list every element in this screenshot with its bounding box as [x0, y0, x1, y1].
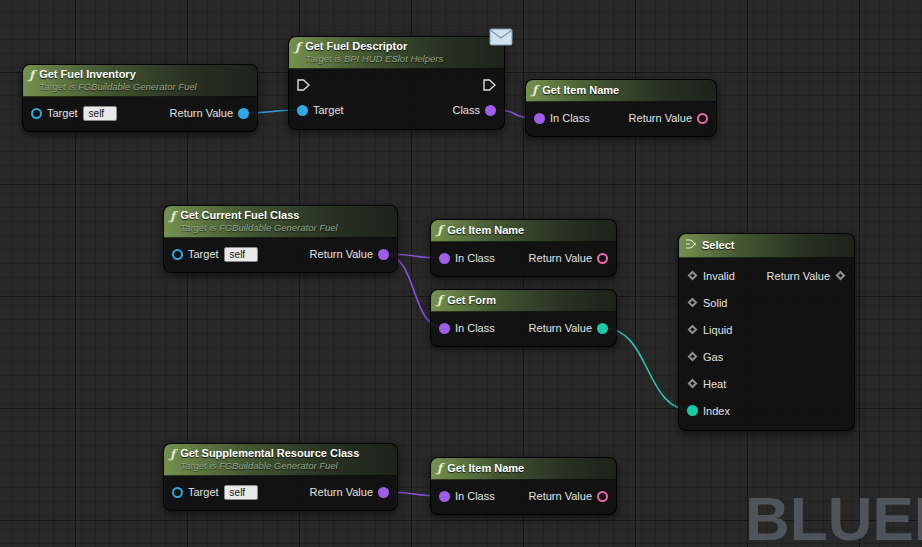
function-icon: ƒ — [170, 210, 175, 223]
node-header: ƒ Get Fuel Descriptor Target is BPI HUD … — [289, 37, 504, 69]
blueprint-graph-canvas[interactable]: ƒ Get Fuel Inventory Target is FGBuildab… — [0, 0, 922, 547]
return-value-pin[interactable] — [597, 253, 608, 264]
return-value-pin[interactable] — [238, 108, 249, 119]
node-get-item-name-3[interactable]: ƒ Get Item Name In Class Return Value — [430, 457, 617, 515]
node-get-form[interactable]: ƒ Get Form In Class Return Value — [430, 289, 617, 347]
option-liquid-pin[interactable] — [688, 325, 698, 335]
function-icon: ƒ — [295, 41, 300, 54]
return-value-pin[interactable] — [597, 323, 608, 334]
target-self-input[interactable]: self — [224, 247, 258, 262]
option-invalid-pin[interactable] — [688, 271, 698, 281]
target-pin[interactable] — [172, 249, 183, 260]
target-pin[interactable] — [172, 487, 183, 498]
node-title: Get Fuel Descriptor — [305, 40, 443, 53]
node-title: Select — [702, 239, 734, 252]
target-self-input[interactable]: self — [224, 485, 258, 500]
target-pin[interactable] — [297, 105, 308, 116]
return-value-pin[interactable] — [378, 487, 389, 498]
exec-out-pin[interactable] — [483, 79, 496, 91]
node-title: Get Item Name — [447, 462, 524, 475]
node-get-supplemental-resource-class[interactable]: ƒ Get Supplemental Resource Class Target… — [163, 443, 398, 511]
node-header: ƒ Get Supplemental Resource Class Target… — [164, 444, 397, 476]
node-header: ƒ Get Item Name — [431, 458, 616, 480]
node-title: Get Fuel Inventory — [39, 68, 197, 81]
node-header: ƒ Get Current Fuel Class Target is FGBui… — [164, 206, 397, 238]
node-get-item-name-1[interactable]: ƒ Get Item Name In Class Return Value — [525, 79, 717, 137]
return-value-pin[interactable] — [597, 491, 608, 502]
node-header: ƒ Get Item Name — [526, 80, 716, 102]
node-subtitle: Target is FGBuildable Generator Fuel — [39, 81, 197, 93]
function-icon: ƒ — [29, 69, 34, 82]
in-class-pin[interactable] — [439, 253, 450, 264]
index-pin[interactable] — [687, 405, 698, 416]
option-solid-pin[interactable] — [688, 298, 698, 308]
function-icon: ƒ — [532, 84, 537, 97]
message-icon — [489, 28, 513, 50]
in-class-pin[interactable] — [439, 491, 450, 502]
return-value-pin[interactable] — [836, 271, 846, 281]
node-subtitle: Target is FGBuildable Generator Fuel — [180, 460, 359, 472]
node-get-fuel-descriptor[interactable]: ƒ Get Fuel Descriptor Target is BPI HUD … — [288, 36, 505, 130]
node-header: ƒ Get Form — [431, 290, 616, 312]
in-class-pin[interactable] — [534, 113, 545, 124]
node-subtitle: Target is FGBuildable Generator Fuel — [180, 222, 338, 234]
node-get-fuel-inventory[interactable]: ƒ Get Fuel Inventory Target is FGBuildab… — [22, 64, 258, 132]
option-gas-pin[interactable] — [688, 352, 698, 362]
node-subtitle: Target is BPI HUD ESlot Helpers — [305, 53, 443, 65]
target-pin[interactable] — [31, 108, 42, 119]
node-title: Get Current Fuel Class — [180, 209, 338, 222]
function-icon: ƒ — [437, 294, 442, 307]
node-title: Get Item Name — [447, 224, 524, 237]
function-icon: ƒ — [437, 224, 442, 237]
node-title: Get Form — [447, 294, 496, 307]
in-class-pin[interactable] — [439, 323, 450, 334]
select-icon — [685, 238, 697, 253]
return-value-pin[interactable] — [378, 249, 389, 260]
node-title: Get Supplemental Resource Class — [180, 447, 359, 460]
node-header: Select — [679, 234, 854, 258]
node-header: ƒ Get Fuel Inventory Target is FGBuildab… — [23, 65, 257, 97]
node-select[interactable]: Select Invalid Return Value Solid — [678, 233, 855, 431]
option-heat-pin[interactable] — [688, 379, 698, 389]
target-self-input[interactable]: self — [83, 106, 117, 121]
function-icon: ƒ — [170, 448, 175, 461]
blueprint-watermark: BLUEP — [745, 488, 922, 547]
node-title: Get Item Name — [542, 84, 619, 97]
class-pin[interactable] — [485, 105, 496, 116]
node-header: ƒ Get Item Name — [431, 220, 616, 242]
return-value-pin[interactable] — [697, 113, 708, 124]
function-icon: ƒ — [437, 462, 442, 475]
exec-in-pin[interactable] — [297, 79, 310, 91]
node-get-current-fuel-class[interactable]: ƒ Get Current Fuel Class Target is FGBui… — [163, 205, 398, 273]
node-get-item-name-2[interactable]: ƒ Get Item Name In Class Return Value — [430, 219, 617, 277]
